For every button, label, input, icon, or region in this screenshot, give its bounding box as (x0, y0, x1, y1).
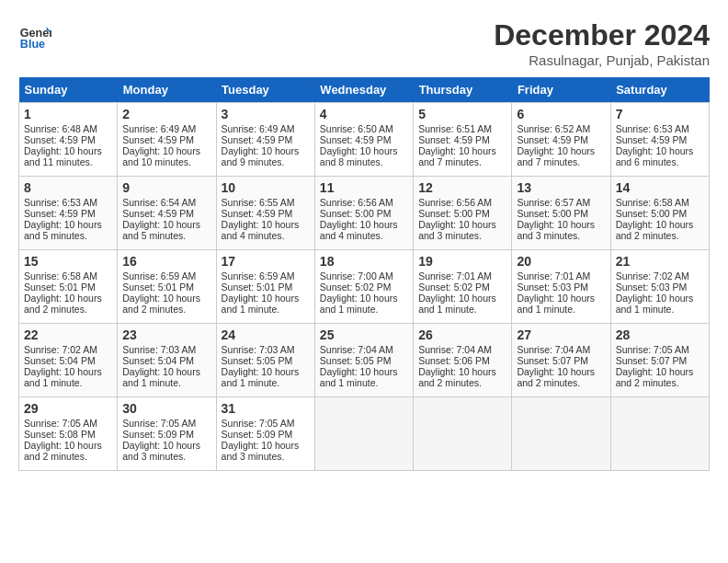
sunset: Sunset: 4:59 PM (24, 134, 96, 145)
week-row-2: 8 Sunrise: 6:53 AM Sunset: 4:59 PM Dayli… (19, 177, 710, 250)
day-number: 14 (616, 180, 704, 195)
day-number: 19 (418, 254, 506, 269)
sunrise: Sunrise: 6:49 AM (222, 123, 295, 134)
sunset: Sunset: 4:59 PM (616, 134, 688, 145)
table-row: 16 Sunrise: 6:59 AM Sunset: 5:01 PM Dayl… (118, 250, 216, 324)
daylight: Daylight: 10 hours and 1 minute. (320, 293, 398, 315)
sunrise: Sunrise: 6:51 AM (418, 123, 492, 134)
table-row: 19 Sunrise: 7:01 AM Sunset: 5:02 PM Dayl… (414, 250, 512, 324)
daylight: Daylight: 10 hours and 7 minutes. (418, 145, 496, 167)
day-number: 28 (616, 327, 704, 342)
sunrise: Sunrise: 6:53 AM (616, 123, 689, 134)
table-row (414, 397, 512, 471)
table-row: 12 Sunrise: 6:56 AM Sunset: 5:00 PM Dayl… (414, 177, 512, 250)
daylight: Daylight: 10 hours and 1 minute. (418, 293, 496, 315)
daylight: Daylight: 10 hours and 1 minute. (320, 366, 398, 388)
daylight: Daylight: 10 hours and 6 minutes. (616, 145, 694, 167)
sunset: Sunset: 4:59 PM (24, 208, 96, 219)
table-row (610, 397, 709, 471)
table-row: 22 Sunrise: 7:02 AM Sunset: 5:04 PM Dayl… (19, 324, 118, 397)
sunrise: Sunrise: 7:05 AM (122, 418, 196, 429)
sunset: Sunset: 4:59 PM (517, 134, 588, 145)
daylight: Daylight: 10 hours and 11 minutes. (24, 145, 102, 167)
daylight: Daylight: 10 hours and 1 minute. (222, 366, 300, 388)
sunset: Sunset: 5:07 PM (517, 355, 588, 366)
sunset: Sunset: 5:05 PM (222, 355, 293, 366)
sunrise: Sunrise: 7:04 AM (418, 344, 492, 355)
table-row: 5 Sunrise: 6:51 AM Sunset: 4:59 PM Dayli… (414, 103, 512, 177)
month-title: December 2024 (494, 18, 710, 52)
table-row: 10 Sunrise: 6:55 AM Sunset: 4:59 PM Dayl… (216, 177, 314, 250)
sunrise: Sunrise: 6:54 AM (122, 197, 196, 208)
week-row-4: 22 Sunrise: 7:02 AM Sunset: 5:04 PM Dayl… (19, 324, 710, 397)
col-header-friday: Friday (512, 77, 610, 103)
table-row: 30 Sunrise: 7:05 AM Sunset: 5:09 PM Dayl… (118, 397, 216, 471)
sunrise: Sunrise: 6:59 AM (222, 270, 295, 282)
day-number: 2 (122, 107, 210, 121)
table-row: 20 Sunrise: 7:01 AM Sunset: 5:03 PM Dayl… (512, 250, 610, 324)
sunset: Sunset: 5:09 PM (122, 429, 194, 440)
sunset: Sunset: 4:59 PM (418, 134, 490, 145)
daylight: Daylight: 10 hours and 4 minutes. (222, 219, 300, 241)
table-row: 13 Sunrise: 6:57 AM Sunset: 5:00 PM Dayl… (512, 177, 610, 250)
daylight: Daylight: 10 hours and 1 minute. (24, 366, 102, 388)
daylight: Daylight: 10 hours and 3 minutes. (122, 440, 200, 462)
sunset: Sunset: 5:02 PM (320, 282, 392, 293)
daylight: Daylight: 10 hours and 2 minutes. (616, 366, 694, 388)
table-row: 8 Sunrise: 6:53 AM Sunset: 4:59 PM Dayli… (19, 177, 118, 250)
day-number: 25 (320, 327, 408, 342)
daylight: Daylight: 10 hours and 2 minutes. (418, 366, 496, 388)
table-row: 14 Sunrise: 6:58 AM Sunset: 5:00 PM Dayl… (610, 177, 709, 250)
day-number: 13 (517, 180, 605, 195)
table-row: 1 Sunrise: 6:48 AM Sunset: 4:59 PM Dayli… (19, 103, 118, 177)
table-row (314, 397, 413, 471)
day-number: 30 (122, 401, 210, 416)
sunset: Sunset: 5:08 PM (24, 429, 96, 440)
daylight: Daylight: 10 hours and 8 minutes. (320, 145, 398, 167)
day-number: 8 (24, 180, 112, 195)
day-number: 31 (222, 401, 310, 416)
day-number: 11 (320, 180, 408, 195)
daylight: Daylight: 10 hours and 2 minutes. (24, 293, 102, 315)
sunrise: Sunrise: 7:03 AM (122, 344, 196, 355)
table-row: 7 Sunrise: 6:53 AM Sunset: 4:59 PM Dayli… (610, 103, 709, 177)
sunrise: Sunrise: 7:00 AM (320, 270, 393, 282)
sunset: Sunset: 5:04 PM (24, 355, 96, 366)
col-header-wednesday: Wednesday (314, 77, 413, 103)
sunset: Sunset: 4:59 PM (320, 134, 392, 145)
col-header-sunday: Sunday (19, 77, 118, 103)
table-row: 24 Sunrise: 7:03 AM Sunset: 5:05 PM Dayl… (216, 324, 314, 397)
sunrise: Sunrise: 7:03 AM (222, 344, 295, 355)
sunrise: Sunrise: 7:05 AM (24, 418, 97, 429)
table-row: 29 Sunrise: 7:05 AM Sunset: 5:08 PM Dayl… (19, 397, 118, 471)
daylight: Daylight: 10 hours and 5 minutes. (122, 219, 200, 241)
daylight: Daylight: 10 hours and 1 minute. (517, 293, 595, 315)
table-row: 4 Sunrise: 6:50 AM Sunset: 4:59 PM Dayli… (314, 103, 413, 177)
table-row: 6 Sunrise: 6:52 AM Sunset: 4:59 PM Dayli… (512, 103, 610, 177)
day-number: 6 (517, 107, 605, 121)
col-header-thursday: Thursday (414, 77, 512, 103)
daylight: Daylight: 10 hours and 1 minute. (616, 293, 694, 315)
sunset: Sunset: 5:00 PM (418, 208, 490, 219)
header-row: SundayMondayTuesdayWednesdayThursdayFrid… (19, 77, 710, 103)
daylight: Daylight: 10 hours and 3 minutes. (517, 219, 595, 241)
table-row: 18 Sunrise: 7:00 AM Sunset: 5:02 PM Dayl… (314, 250, 413, 324)
sunset: Sunset: 5:09 PM (222, 429, 293, 440)
location: Rasulnagar, Punjab, Pakistan (494, 52, 710, 68)
sunset: Sunset: 5:06 PM (418, 355, 490, 366)
sunset: Sunset: 5:03 PM (517, 282, 588, 293)
table-row: 9 Sunrise: 6:54 AM Sunset: 4:59 PM Dayli… (118, 177, 216, 250)
day-number: 23 (122, 327, 210, 342)
day-number: 7 (616, 107, 704, 121)
sunset: Sunset: 4:59 PM (222, 208, 293, 219)
sunrise: Sunrise: 6:50 AM (320, 123, 393, 134)
daylight: Daylight: 10 hours and 2 minutes. (122, 293, 200, 315)
day-number: 20 (517, 254, 605, 269)
table-row: 23 Sunrise: 7:03 AM Sunset: 5:04 PM Dayl… (118, 324, 216, 397)
sunrise: Sunrise: 6:53 AM (24, 197, 97, 208)
calendar-table: SundayMondayTuesdayWednesdayThursdayFrid… (18, 77, 710, 471)
sunrise: Sunrise: 6:52 AM (517, 123, 590, 134)
sunrise: Sunrise: 6:58 AM (24, 270, 97, 282)
col-header-monday: Monday (118, 77, 216, 103)
sunset: Sunset: 5:07 PM (616, 355, 688, 366)
